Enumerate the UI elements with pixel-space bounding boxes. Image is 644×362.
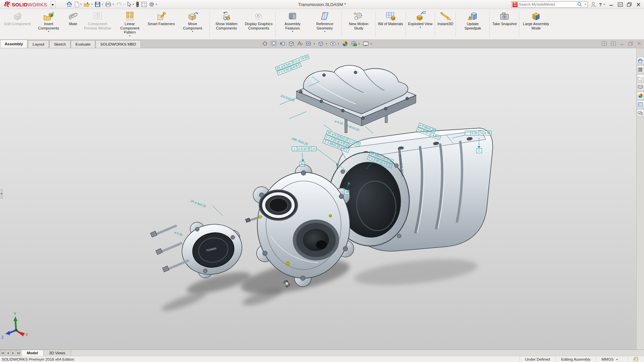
chevron-down-icon[interactable]: ▼: [325, 43, 327, 45]
ribbon-button-linear-component-pattern[interactable]: Linear Component Pattern ▼: [114, 10, 146, 39]
ribbon-button-smart-fasteners[interactable]: Smart Fasteners: [146, 10, 176, 39]
section-view-button[interactable]: [288, 41, 294, 47]
tab-evaluate[interactable]: Evaluate: [71, 40, 95, 48]
ribbon-button-new-motion-study[interactable]: New Motion Study: [342, 10, 375, 39]
ribbon-button-update-speedpak[interactable]: Update Speedpak: [457, 10, 489, 39]
document-minimize-button[interactable]: [620, 42, 624, 47]
help-button[interactable]: ?▼: [599, 2, 605, 7]
annotation-datum-a[interactable]: A: [344, 190, 350, 195]
ribbon-button-insert-components[interactable]: Insert Components ▼: [33, 10, 65, 39]
ribbon-button-edit-component: Edit Component: [3, 10, 33, 39]
next-document-button[interactable]: [611, 41, 616, 47]
ribbon-button-move-component[interactable]: Move Component ▼: [176, 10, 209, 39]
apply-scene-button[interactable]: ▼: [351, 41, 360, 47]
fullscreen-button[interactable]: [617, 1, 623, 7]
ribbon-button-show-hidden-components[interactable]: Show Hidden Components: [210, 10, 243, 39]
tab-layout[interactable]: Layout: [28, 40, 49, 48]
close-button[interactable]: [635, 1, 641, 7]
edit-appearance-button[interactable]: [342, 41, 348, 47]
expand-menu-button[interactable]: ▶: [51, 1, 56, 8]
ribbon-button-reference-geometry[interactable]: Reference Geometry ▼: [309, 10, 341, 39]
tab-solidworks-mbd[interactable]: SOLIDWORKS MBD: [96, 40, 141, 48]
ribbon-button-instant3d[interactable]: Instant3D: [436, 10, 455, 39]
task-pane-appearances-button[interactable]: [637, 92, 644, 100]
minimize-button[interactable]: [608, 1, 614, 7]
annotation-datum-c[interactable]: C: [476, 148, 482, 153]
previous-tab-button[interactable]: [5, 350, 11, 356]
annotation-profile-feature-control-frame[interactable]: ⌒0.20AB Ⓜ: [465, 131, 491, 135]
status-units-selector[interactable]: MMGS▲: [596, 356, 628, 362]
zoom-to-fit-button[interactable]: [262, 41, 268, 47]
chevron-down-icon[interactable]: ▼: [313, 43, 315, 45]
chevron-down-icon[interactable]: ▼: [419, 26, 421, 28]
part-end-cap[interactable]: POWER: [177, 219, 247, 280]
new-document-button[interactable]: ▼: [74, 1, 83, 8]
move-component-icon: [187, 10, 198, 22]
restore-button[interactable]: [626, 1, 632, 7]
model-scene[interactable]: POWER PAK: [0, 48, 644, 350]
chevron-down-icon[interactable]: ▼: [370, 43, 372, 45]
previous-arrow-icon: [7, 352, 9, 355]
ribbon-button-mate[interactable]: Mate: [65, 10, 82, 39]
graphics-area[interactable]: POWER PAK: [0, 48, 644, 350]
chevron-down-icon[interactable]: ▼: [358, 43, 360, 45]
ribbon-button-exploded-view[interactable]: Exploded View ▼: [407, 10, 434, 39]
previous-document-button[interactable]: [602, 41, 607, 47]
settings-button[interactable]: ▼: [148, 1, 158, 8]
ribbon-button-display-graphics-components[interactable]: Display Graphics Components: [243, 10, 275, 39]
next-tab-button[interactable]: [11, 350, 16, 356]
options-list-button[interactable]: [141, 1, 147, 8]
hide-show-items-button[interactable]: ▼: [306, 41, 315, 47]
performance-button[interactable]: [136, 1, 140, 8]
task-pane-custom-properties-button[interactable]: [637, 101, 644, 108]
view-orientation-button[interactable]: ▼: [318, 41, 327, 47]
view-settings-button[interactable]: ▼: [363, 41, 372, 47]
ribbon-button-large-assembly-mode[interactable]: Large Assembly Mode: [520, 10, 552, 39]
tab-3d-views[interactable]: 3D Views: [44, 350, 71, 356]
search-input[interactable]: [519, 2, 576, 6]
ribbon-button-take-snapshot[interactable]: Take Snapshot: [490, 10, 518, 39]
chevron-down-icon[interactable]: ▼: [324, 31, 326, 33]
chevron-down-icon: ▼: [155, 3, 157, 5]
last-tab-button[interactable]: [16, 350, 21, 356]
ribbon-button-bill-of-materials[interactable]: Bill of Materials: [376, 10, 405, 39]
tab-model[interactable]: Model: [21, 350, 44, 356]
select-button[interactable]: ▼: [126, 1, 135, 8]
display-style-button[interactable]: ▼: [330, 41, 339, 47]
ribbon-button-assembly-features[interactable]: Assembly Features ▼: [276, 10, 309, 39]
previous-view-button[interactable]: [279, 41, 286, 47]
annotation-bore-feature-control-frame[interactable]: ⊥⌀ 0.10 ⓂA: [292, 146, 316, 151]
feature-manager-collapse-tab[interactable]: [0, 189, 3, 198]
chevron-down-icon[interactable]: ▼: [129, 35, 131, 37]
task-pane-forum-button[interactable]: [637, 109, 644, 117]
document-close-button[interactable]: [637, 42, 641, 47]
chevron-down-icon[interactable]: ▼: [584, 3, 586, 5]
part-top-cover[interactable]: [297, 65, 416, 133]
status-tag-button[interactable]: [628, 356, 644, 362]
dynamic-annotation-views-button[interactable]: [297, 41, 303, 47]
print-button[interactable]: ▼: [105, 1, 114, 8]
annotation-datum-b[interactable]: B: [300, 162, 305, 167]
document-restore-button[interactable]: [628, 42, 633, 47]
chevron-down-icon[interactable]: ▼: [291, 31, 293, 33]
search-box[interactable]: MySW ▼: [511, 1, 588, 8]
search-icon[interactable]: [577, 2, 582, 7]
first-tab-button[interactable]: [0, 350, 5, 356]
task-pane-file-explorer-button[interactable]: [637, 74, 644, 82]
tab-sketch[interactable]: Sketch: [49, 40, 70, 48]
task-pane-design-library-button[interactable]: [637, 66, 644, 73]
chevron-down-icon[interactable]: ▼: [337, 43, 339, 45]
home-button[interactable]: [66, 1, 73, 8]
task-pane-home-button[interactable]: [637, 57, 644, 65]
save-button[interactable]: ▼: [94, 1, 104, 8]
zoom-to-area-button[interactable]: [271, 41, 277, 47]
quick-access-toolbar: ▼ ▼ ▼ ▼ ▼ ▼ ▼: [66, 1, 158, 8]
ribbon-separator: [406, 12, 406, 38]
open-button[interactable]: ▼: [83, 1, 93, 8]
chevron-down-icon[interactable]: ▼: [48, 31, 50, 33]
chevron-down-icon[interactable]: ▼: [192, 31, 194, 33]
user-account-icon[interactable]: [591, 2, 596, 7]
tab-assembly[interactable]: Assembly: [0, 40, 28, 48]
fullscreen-icon: [618, 2, 623, 7]
task-pane-view-palette-button[interactable]: [637, 83, 644, 91]
